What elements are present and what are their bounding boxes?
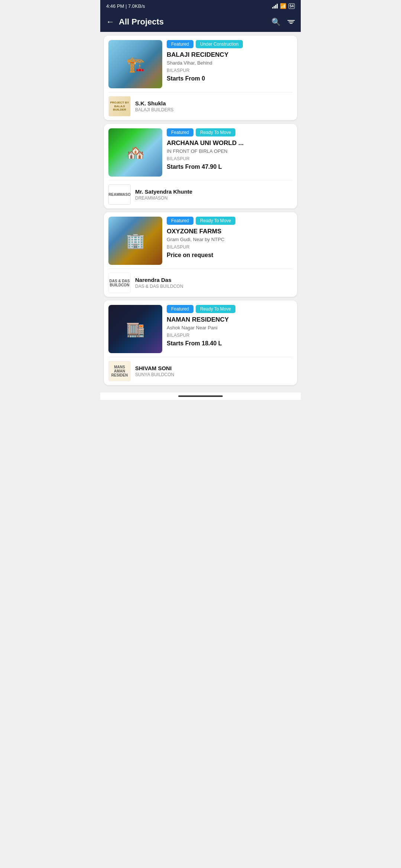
project-image	[108, 128, 162, 177]
search-icon[interactable]: 🔍	[271, 17, 281, 26]
status-badge: Ready To Move	[196, 217, 235, 225]
builder-logo: MANSAMANRESIDEN	[108, 361, 131, 381]
builder-company: DREAMMASON	[135, 195, 192, 201]
card-info: Featured Ready To Move NAMAN RESIDENCY A…	[167, 305, 293, 353]
project-price: Starts From 0	[167, 75, 293, 82]
project-price: Price on request	[167, 252, 293, 259]
status-bar: 4:46 PM | 7.0KB/s 📶 54	[100, 0, 301, 12]
status-badge: Under Construction	[196, 40, 243, 48]
project-address: IN FRONT OF BIRLA OPEN	[167, 148, 293, 155]
card-top: Featured Ready To Move ARCHANA UNI WORLD…	[104, 124, 297, 180]
back-button[interactable]: ←	[106, 17, 114, 27]
bottom-bar	[100, 392, 301, 400]
card-info: Featured Ready To Move ARCHANA UNI WORLD…	[167, 128, 293, 177]
project-card[interactable]: Featured Ready To Move ARCHANA UNI WORLD…	[104, 124, 297, 208]
builder-logo: DAS & DASBUILDCON	[108, 273, 131, 293]
builder-logo: DREAMMASON	[108, 184, 131, 205]
project-city: BILASPUR	[167, 156, 293, 161]
card-info: Featured Under Construction BALAJI RECID…	[167, 40, 293, 88]
badge-row: Featured Under Construction	[167, 40, 293, 48]
project-name: NAMAN RESIDENCY	[167, 316, 293, 323]
project-price: Starts From 47.90 L	[167, 164, 293, 170]
project-city: BILASPUR	[167, 244, 293, 250]
project-city: BILASPUR	[167, 68, 293, 73]
project-card[interactable]: Featured Ready To Move OXYZONE FARMS Gra…	[104, 212, 297, 297]
builder-company: BALAJI BUILDERS	[135, 107, 173, 112]
builder-name: Narendra Das	[135, 277, 183, 283]
featured-badge: Featured	[167, 305, 193, 313]
builder-info: S.K. Shukla BALAJI BUILDERS	[135, 100, 173, 112]
project-name: ARCHANA UNI WORLD ...	[167, 139, 293, 147]
project-name: OXYZONE FARMS	[167, 228, 293, 235]
builder-row: PROJECT BYBALAJIBUILDER S.K. Shukla BALA…	[104, 92, 297, 120]
featured-badge: Featured	[167, 40, 193, 48]
project-price: Starts From 18.40 L	[167, 340, 293, 347]
projects-list: Featured Under Construction BALAJI RECID…	[100, 32, 301, 392]
builder-row: DAS & DASBUILDCON Narendra Das Das & Das…	[104, 269, 297, 297]
badge-row: Featured Ready To Move	[167, 305, 293, 313]
project-image	[108, 40, 162, 88]
project-address: Ashok Nagar Near Pani	[167, 325, 293, 331]
status-badge: Ready To Move	[196, 305, 235, 313]
builder-company: SUNYA BUILDCON	[135, 372, 174, 377]
project-name: BALAJI RECIDENCY	[167, 51, 293, 59]
status-time-network: 4:46 PM | 7.0KB/s	[106, 3, 145, 9]
page-title: All Projects	[119, 17, 267, 27]
featured-badge: Featured	[167, 128, 193, 137]
header-icons: 🔍	[271, 17, 295, 26]
builder-name: SHIVAM SONI	[135, 365, 174, 371]
badge-row: Featured Ready To Move	[167, 128, 293, 137]
home-indicator	[178, 395, 223, 397]
status-icons: 📶 54	[272, 3, 295, 9]
card-top: Featured Ready To Move OXYZONE FARMS Gra…	[104, 212, 297, 269]
card-top: Featured Ready To Move NAMAN RESIDENCY A…	[104, 300, 297, 357]
builder-logo: PROJECT BYBALAJIBUILDER	[108, 96, 131, 116]
builder-name: S.K. Shukla	[135, 100, 173, 106]
project-address: Sharda Vihar, Behind	[167, 60, 293, 66]
featured-badge: Featured	[167, 217, 193, 225]
signal-icon	[272, 3, 278, 9]
project-image	[108, 217, 162, 265]
builder-info: Mr. Satyendra Khunte DREAMMASON	[135, 188, 192, 201]
card-top: Featured Under Construction BALAJI RECID…	[104, 36, 297, 92]
battery-icon: 54	[288, 3, 295, 9]
builder-info: Narendra Das Das & Das Buildcon	[135, 277, 183, 289]
card-info: Featured Ready To Move OXYZONE FARMS Gra…	[167, 217, 293, 265]
wifi-icon: 📶	[280, 3, 286, 9]
project-city: BILASPUR	[167, 333, 293, 338]
header: ← All Projects 🔍	[100, 12, 301, 32]
filter-icon[interactable]	[287, 20, 295, 24]
project-card[interactable]: Featured Ready To Move NAMAN RESIDENCY A…	[104, 300, 297, 385]
project-address: Gram Gudi, Near by NTPC	[167, 237, 293, 243]
builder-company: Das & Das Buildcon	[135, 284, 183, 289]
builder-row: DREAMMASON Mr. Satyendra Khunte DREAMMAS…	[104, 181, 297, 208]
status-badge: Ready To Move	[196, 128, 235, 137]
builder-row: MANSAMANRESIDEN SHIVAM SONI SUNYA BUILDC…	[104, 357, 297, 385]
project-card[interactable]: Featured Under Construction BALAJI RECID…	[104, 36, 297, 120]
badge-row: Featured Ready To Move	[167, 217, 293, 225]
builder-name: Mr. Satyendra Khunte	[135, 188, 192, 195]
builder-info: SHIVAM SONI SUNYA BUILDCON	[135, 365, 174, 377]
project-image	[108, 305, 162, 353]
